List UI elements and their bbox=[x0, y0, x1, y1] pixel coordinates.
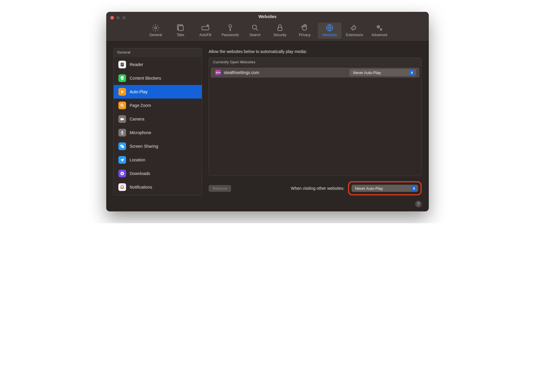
search-icon bbox=[251, 24, 259, 32]
dropdown-value: Never Auto-Play bbox=[355, 186, 383, 191]
remove-button[interactable]: Remove bbox=[209, 185, 231, 192]
close-window-button[interactable] bbox=[110, 16, 114, 20]
hand-icon bbox=[301, 24, 309, 32]
toolbar-label: Extensions bbox=[346, 33, 363, 37]
website-row[interactable]: STH stealthsettings.com Never Auto-Play bbox=[211, 68, 420, 78]
sidebar-item-auto-play[interactable]: Auto-Play bbox=[114, 85, 202, 99]
highlight-annotation: Never Auto-Play bbox=[348, 181, 422, 195]
toolbar-item-extensions[interactable]: Extensions bbox=[343, 23, 366, 39]
preferences-toolbar: General Tabs AutoFill Passwords Search bbox=[106, 21, 429, 41]
autofill-icon bbox=[201, 24, 210, 32]
svg-rect-1 bbox=[178, 26, 183, 30]
sidebar-item-content-blockers[interactable]: Content Blockers bbox=[114, 71, 202, 85]
puzzle-icon bbox=[350, 24, 359, 32]
gears-icon bbox=[375, 24, 383, 32]
shield-check-icon bbox=[118, 74, 126, 82]
sidebar-item-label: Screen Sharing bbox=[130, 144, 158, 149]
svg-rect-5 bbox=[278, 28, 282, 31]
svg-point-4 bbox=[252, 25, 257, 29]
sidebar-item-label: Camera bbox=[130, 117, 144, 121]
toolbar-label: Security bbox=[273, 33, 286, 37]
site-name: stealthsettings.com bbox=[224, 70, 259, 75]
sidebar-item-reader[interactable]: Reader bbox=[114, 58, 202, 71]
autoplay-select-row[interactable]: Never Auto-Play bbox=[349, 69, 416, 76]
toolbar-item-websites[interactable]: Websites bbox=[318, 23, 341, 39]
zoom-window-button[interactable] bbox=[122, 16, 126, 20]
chevron-updown-icon bbox=[412, 186, 416, 191]
sidebar-item-camera[interactable]: Camera bbox=[114, 112, 202, 126]
svg-rect-10 bbox=[121, 64, 123, 64]
help-label: ? bbox=[417, 202, 420, 206]
window-controls bbox=[110, 16, 126, 20]
toolbar-item-passwords[interactable]: Passwords bbox=[218, 23, 242, 39]
toolbar-label: Websites bbox=[322, 33, 337, 37]
svg-rect-17 bbox=[122, 146, 124, 148]
toolbar-label: Advanced bbox=[371, 33, 387, 37]
help-button[interactable]: ? bbox=[415, 201, 422, 207]
zoom-icon bbox=[118, 102, 126, 109]
sidebar-item-label: Page Zoom bbox=[130, 103, 151, 108]
screen-sharing-icon bbox=[118, 142, 126, 150]
globe-icon bbox=[325, 24, 334, 32]
toolbar-item-tabs[interactable]: Tabs bbox=[169, 23, 192, 39]
microphone-icon bbox=[118, 129, 126, 136]
toolbar-label: Search bbox=[249, 33, 261, 37]
sidebar-item-label: Downloads bbox=[130, 171, 150, 176]
svg-point-8 bbox=[381, 29, 382, 30]
toolbar-label: AutoFill bbox=[199, 33, 211, 37]
help-row: ? bbox=[106, 201, 429, 211]
remove-button-label: Remove bbox=[213, 186, 227, 191]
svg-rect-15 bbox=[122, 131, 123, 133]
toolbar-item-search[interactable]: Search bbox=[243, 23, 267, 39]
main-header: Allow the websites below to automaticall… bbox=[209, 48, 422, 54]
dropdown-value: Never Auto-Play bbox=[353, 70, 381, 75]
sidebar-item-label: Reader bbox=[130, 62, 143, 67]
main-panel: Allow the websites below to automaticall… bbox=[209, 48, 422, 195]
toolbar-label: General bbox=[149, 33, 162, 37]
svg-rect-14 bbox=[120, 118, 123, 120]
sidebar-item-notifications[interactable]: Notifications bbox=[114, 180, 202, 194]
website-list: Currently Open Websites STH stealthsetti… bbox=[209, 57, 422, 176]
toolbar-label: Tabs bbox=[177, 33, 184, 37]
svg-rect-2 bbox=[202, 26, 209, 30]
play-icon bbox=[118, 88, 126, 96]
toolbar-item-autofill[interactable]: AutoFill bbox=[194, 23, 217, 39]
minimize-window-button[interactable] bbox=[116, 16, 120, 20]
bell-icon bbox=[118, 183, 126, 191]
sidebar-item-microphone[interactable]: Microphone bbox=[114, 126, 202, 139]
sidebar-item-label: Auto-Play bbox=[130, 89, 148, 94]
sidebar-item-label: Microphone bbox=[130, 130, 151, 135]
autoplay-select-default[interactable]: Never Auto-Play bbox=[352, 185, 418, 192]
svg-point-0 bbox=[155, 27, 157, 29]
toolbar-item-privacy[interactable]: Privacy bbox=[293, 23, 317, 39]
download-icon bbox=[118, 170, 126, 177]
sidebar-section-header: General bbox=[114, 48, 202, 57]
sidebar-item-page-zoom[interactable]: Page Zoom bbox=[114, 99, 202, 112]
footer-row: Remove When visiting other websites: Nev… bbox=[209, 176, 422, 195]
svg-rect-12 bbox=[121, 65, 123, 65]
toolbar-item-advanced[interactable]: Advanced bbox=[368, 23, 391, 39]
toolbar-label: Passwords bbox=[222, 33, 239, 37]
tabs-icon bbox=[176, 24, 185, 32]
titlebar: Websites bbox=[106, 12, 429, 21]
preferences-window: Websites General Tabs AutoFill Passwords bbox=[106, 12, 429, 211]
gear-icon bbox=[152, 24, 160, 32]
key-icon bbox=[226, 24, 234, 32]
footer-label: When visiting other websites: bbox=[291, 186, 344, 191]
sidebar-item-label: Notifications bbox=[130, 185, 152, 189]
section-header: Currently Open Websites bbox=[209, 58, 421, 67]
svg-point-7 bbox=[378, 26, 379, 28]
chevron-updown-icon bbox=[410, 70, 414, 75]
toolbar-item-security[interactable]: Security bbox=[268, 23, 292, 39]
sidebar-item-location[interactable]: Location bbox=[114, 153, 202, 167]
content-area: General Reader Content Blockers bbox=[106, 41, 429, 201]
sidebar-item-downloads[interactable]: Downloads bbox=[114, 167, 202, 180]
site-favicon: STH bbox=[215, 70, 221, 75]
toolbar-label: Privacy bbox=[299, 33, 310, 37]
svg-point-3 bbox=[229, 25, 231, 28]
sidebar-item-screen-sharing[interactable]: Screen Sharing bbox=[114, 139, 202, 153]
toolbar-item-general[interactable]: General bbox=[144, 23, 167, 39]
sidebar: General Reader Content Blockers bbox=[113, 48, 202, 195]
sidebar-item-label: Content Blockers bbox=[130, 76, 161, 81]
camera-icon bbox=[118, 115, 126, 123]
